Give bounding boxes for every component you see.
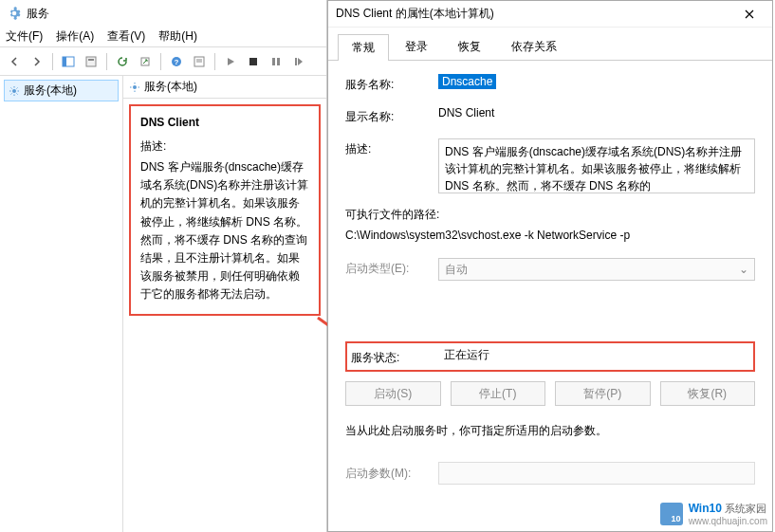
svg-point-14 xyxy=(12,89,16,93)
list-header: 服务(本地) xyxy=(123,76,326,99)
help-button[interactable]: ? xyxy=(166,51,187,72)
list-header-label: 服务(本地) xyxy=(144,79,197,95)
watermark: Win10 系统家园 www.qdhuajin.com xyxy=(660,502,767,526)
gear-icon xyxy=(8,7,21,20)
toolbar-separator xyxy=(106,53,107,70)
services-window: 服务 文件(F) 操作(A) 查看(V) 帮助(H) ? 服务(本地) xyxy=(0,0,327,532)
watermark-logo-icon xyxy=(660,503,683,525)
description-textbox[interactable]: DNS 客户端服务(dnscache)缓存域名系统(DNS)名称并注册该计算机的… xyxy=(438,138,755,193)
svg-rect-10 xyxy=(249,58,257,65)
menu-view[interactable]: 查看(V) xyxy=(107,28,145,45)
detail-desc-text: DNS 客户端服务(dnscache)缓存域名系统(DNS)名称并注册该计算机的… xyxy=(140,158,309,304)
detail-desc-label: 描述: xyxy=(140,138,309,155)
gear-icon xyxy=(129,82,140,93)
startup-type-select[interactable]: 自动 ⌄ xyxy=(438,258,755,281)
tab-general[interactable]: 常规 xyxy=(338,34,389,61)
stop-button[interactable] xyxy=(243,51,264,72)
show-hide-button[interactable] xyxy=(58,51,79,72)
tree-pane: 服务(本地) xyxy=(0,76,123,532)
dialog-title: DNS Client 的属性(本地计算机) xyxy=(336,6,494,22)
detail-service-name: DNS Client xyxy=(140,116,309,129)
executable-path-label: 可执行文件的路径: xyxy=(345,207,439,223)
startup-type-value: 自动 xyxy=(445,262,468,278)
service-status-row: 服务状态: 正在运行 xyxy=(345,341,755,372)
props-button[interactable] xyxy=(189,51,210,72)
tab-logon[interactable]: 登录 xyxy=(391,33,442,60)
dialog-body: 服务名称: Dnscache 显示名称: DNS Client 描述: DNS … xyxy=(328,61,772,531)
hint-text: 当从此处启动服务时，你可指定所适用的启动参数。 xyxy=(345,423,755,439)
menu-action[interactable]: 操作(A) xyxy=(56,28,94,45)
watermark-brand: Win10 系统家园 xyxy=(689,502,767,516)
executable-path-value: C:\Windows\system32\svchost.exe -k Netwo… xyxy=(345,227,630,245)
watermark-url: www.qdhuajin.com xyxy=(689,516,767,526)
toolbar-separator xyxy=(160,53,161,70)
close-button[interactable] xyxy=(734,3,765,26)
body-row: 服务(本地) 服务(本地) DNS Client 描述: DNS 客户端服务(d… xyxy=(0,76,326,532)
start-params-label: 启动参数(M): xyxy=(345,466,438,482)
service-name-label: 服务名称: xyxy=(345,74,438,93)
svg-rect-12 xyxy=(277,58,280,65)
startup-type-label: 启动类型(E): xyxy=(345,258,438,277)
toolbar-separator xyxy=(214,53,215,70)
pause-button[interactable]: 暂停(P) xyxy=(555,381,651,406)
svg-rect-2 xyxy=(86,57,96,66)
start-button[interactable]: 启动(S) xyxy=(345,381,441,406)
back-button[interactable] xyxy=(4,51,25,72)
stop-button[interactable]: 停止(T) xyxy=(451,381,546,406)
tab-dependencies[interactable]: 依存关系 xyxy=(497,33,571,60)
resume-button[interactable]: 恢复(R) xyxy=(660,381,756,406)
start-params-input[interactable] xyxy=(438,462,755,485)
service-detail-panel: DNS Client 描述: DNS 客户端服务(dnscache)缓存域名系统… xyxy=(129,104,321,316)
window-title: 服务 xyxy=(27,6,49,22)
control-buttons: 启动(S) 停止(T) 暂停(P) 恢复(R) xyxy=(345,381,755,406)
menu-help[interactable]: 帮助(H) xyxy=(158,28,197,45)
display-name-label: 显示名称: xyxy=(345,106,438,125)
display-name-value: DNS Client xyxy=(438,106,755,119)
menu-file[interactable]: 文件(F) xyxy=(6,28,43,45)
refresh-button[interactable] xyxy=(112,51,133,72)
forward-button[interactable] xyxy=(27,51,47,72)
svg-rect-3 xyxy=(88,59,94,61)
chevron-down-icon: ⌄ xyxy=(739,263,748,276)
svg-rect-11 xyxy=(272,58,275,65)
properties-dialog: DNS Client 的属性(本地计算机) 常规 登录 恢复 依存关系 服务名称… xyxy=(327,0,773,532)
pause-button[interactable] xyxy=(266,51,286,72)
service-status-label: 服务状态: xyxy=(351,347,444,366)
export-button[interactable] xyxy=(135,51,156,72)
description-label: 描述: xyxy=(345,138,438,157)
gear-icon xyxy=(9,85,20,97)
tab-strip: 常规 登录 恢复 依存关系 xyxy=(328,28,772,61)
tab-recovery[interactable]: 恢复 xyxy=(444,33,495,60)
restart-button[interactable] xyxy=(288,51,309,72)
svg-rect-1 xyxy=(63,57,66,66)
dialog-title-bar: DNS Client 的属性(本地计算机) xyxy=(328,1,772,28)
properties-button[interactable] xyxy=(81,51,101,72)
service-name-value[interactable]: Dnscache xyxy=(438,74,496,89)
svg-rect-13 xyxy=(295,58,297,65)
svg-text:?: ? xyxy=(175,58,179,66)
menu-bar: 文件(F) 操作(A) 查看(V) 帮助(H) xyxy=(0,27,326,47)
tree-item-label: 服务(本地) xyxy=(24,83,77,99)
svg-point-15 xyxy=(133,85,137,89)
tree-item-services-local[interactable]: 服务(本地) xyxy=(4,80,119,101)
title-bar: 服务 xyxy=(0,0,326,27)
play-button[interactable] xyxy=(220,51,241,72)
toolbar: ? xyxy=(0,47,326,76)
list-pane: 服务(本地) DNS Client 描述: DNS 客户端服务(dnscache… xyxy=(123,76,326,532)
service-status-value: 正在运行 xyxy=(444,347,489,366)
start-params-row: 启动参数(M): xyxy=(345,462,755,485)
toolbar-separator xyxy=(52,53,53,70)
